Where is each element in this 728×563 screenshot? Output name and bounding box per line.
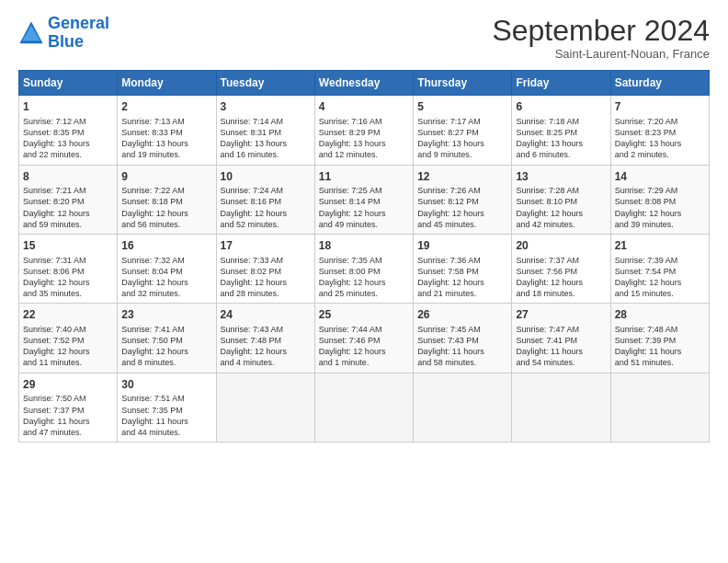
header-row: SundayMondayTuesdayWednesdayThursdayFrid… (19, 71, 710, 96)
calendar-cell: 26Sunrise: 7:45 AMSunset: 7:43 PMDayligh… (414, 304, 512, 373)
calendar-cell: 21Sunrise: 7:39 AMSunset: 7:54 PMDayligh… (610, 234, 709, 303)
calendar-cell: 16Sunrise: 7:32 AMSunset: 8:04 PMDayligh… (118, 234, 216, 303)
logo-line2: Blue (48, 32, 84, 51)
cell-content: Sunrise: 7:12 AMSunset: 8:35 PMDaylight:… (23, 116, 113, 161)
weekday-header: Friday (512, 71, 610, 96)
day-number: 21 (615, 238, 705, 254)
day-number: 27 (516, 307, 606, 323)
cell-content: Sunrise: 7:43 AMSunset: 7:48 PMDaylight:… (221, 324, 311, 369)
calendar-cell: 14Sunrise: 7:29 AMSunset: 8:08 PMDayligh… (610, 165, 709, 234)
cell-content: Sunrise: 7:32 AMSunset: 8:04 PMDaylight:… (121, 255, 211, 300)
day-number: 26 (417, 307, 507, 323)
cell-content: Sunrise: 7:48 AMSunset: 7:39 PMDaylight:… (615, 324, 705, 369)
calendar-cell: 3Sunrise: 7:14 AMSunset: 8:31 PMDaylight… (216, 96, 314, 165)
day-number: 5 (417, 99, 507, 115)
day-number: 7 (615, 99, 705, 115)
calendar-cell: 19Sunrise: 7:36 AMSunset: 7:58 PMDayligh… (414, 234, 512, 303)
weekday-header: Sunday (19, 71, 118, 96)
day-number: 10 (221, 169, 311, 185)
cell-content: Sunrise: 7:29 AMSunset: 8:08 PMDaylight:… (615, 185, 705, 230)
calendar-week-row: 29Sunrise: 7:50 AMSunset: 7:37 PMDayligh… (19, 373, 710, 442)
calendar-cell: 23Sunrise: 7:41 AMSunset: 7:50 PMDayligh… (118, 304, 216, 373)
day-number: 8 (23, 169, 113, 185)
weekday-header: Thursday (414, 71, 512, 96)
calendar-week-row: 1Sunrise: 7:12 AMSunset: 8:35 PMDaylight… (19, 96, 710, 165)
logo-line1: General (48, 14, 109, 32)
calendar-cell: 24Sunrise: 7:43 AMSunset: 7:48 PMDayligh… (216, 304, 314, 373)
calendar-cell: 15Sunrise: 7:31 AMSunset: 8:06 PMDayligh… (19, 234, 118, 303)
logo-icon (18, 20, 44, 46)
calendar-cell: 27Sunrise: 7:47 AMSunset: 7:41 PMDayligh… (512, 304, 610, 373)
calendar-cell: 8Sunrise: 7:21 AMSunset: 8:20 PMDaylight… (19, 165, 118, 234)
day-number: 22 (23, 307, 113, 323)
page: General Blue September 2024 Saint-Lauren… (0, 0, 728, 563)
calendar-cell: 1Sunrise: 7:12 AMSunset: 8:35 PMDaylight… (19, 96, 118, 165)
day-number: 18 (319, 238, 409, 254)
cell-content: Sunrise: 7:45 AMSunset: 7:43 PMDaylight:… (417, 324, 507, 369)
day-number: 25 (319, 307, 409, 323)
day-number: 13 (516, 169, 606, 185)
calendar-table: SundayMondayTuesdayWednesdayThursdayFrid… (18, 70, 710, 442)
weekday-header: Wednesday (314, 71, 413, 96)
calendar-cell: 13Sunrise: 7:28 AMSunset: 8:10 PMDayligh… (512, 165, 610, 234)
cell-content: Sunrise: 7:50 AMSunset: 7:37 PMDaylight:… (23, 393, 113, 438)
day-number: 14 (615, 169, 705, 185)
day-number: 12 (417, 169, 507, 185)
cell-content: Sunrise: 7:51 AMSunset: 7:35 PMDaylight:… (121, 393, 211, 438)
day-number: 19 (417, 238, 507, 254)
location-subtitle: Saint-Laurent-Nouan, France (492, 47, 710, 61)
calendar-cell: 6Sunrise: 7:18 AMSunset: 8:25 PMDaylight… (512, 96, 610, 165)
cell-content: Sunrise: 7:16 AMSunset: 8:29 PMDaylight:… (319, 116, 409, 161)
cell-content: Sunrise: 7:17 AMSunset: 8:27 PMDaylight:… (417, 116, 507, 161)
day-number: 23 (121, 307, 211, 323)
calendar-cell (314, 373, 413, 442)
calendar-cell: 25Sunrise: 7:44 AMSunset: 7:46 PMDayligh… (314, 304, 413, 373)
cell-content: Sunrise: 7:47 AMSunset: 7:41 PMDaylight:… (516, 324, 606, 369)
cell-content: Sunrise: 7:22 AMSunset: 8:18 PMDaylight:… (121, 185, 211, 230)
cell-content: Sunrise: 7:14 AMSunset: 8:31 PMDaylight:… (221, 116, 311, 161)
cell-content: Sunrise: 7:31 AMSunset: 8:06 PMDaylight:… (23, 255, 113, 300)
weekday-header: Tuesday (216, 71, 314, 96)
day-number: 4 (319, 99, 409, 115)
cell-content: Sunrise: 7:24 AMSunset: 8:16 PMDaylight:… (221, 185, 311, 230)
day-number: 2 (121, 99, 211, 115)
day-number: 9 (121, 169, 211, 185)
calendar-cell: 12Sunrise: 7:26 AMSunset: 8:12 PMDayligh… (414, 165, 512, 234)
cell-content: Sunrise: 7:20 AMSunset: 8:23 PMDaylight:… (615, 116, 705, 161)
calendar-cell: 30Sunrise: 7:51 AMSunset: 7:35 PMDayligh… (118, 373, 216, 442)
calendar-cell: 20Sunrise: 7:37 AMSunset: 7:56 PMDayligh… (512, 234, 610, 303)
calendar-cell: 9Sunrise: 7:22 AMSunset: 8:18 PMDaylight… (118, 165, 216, 234)
calendar-cell: 4Sunrise: 7:16 AMSunset: 8:29 PMDaylight… (314, 96, 413, 165)
day-number: 20 (516, 238, 606, 254)
calendar-cell: 17Sunrise: 7:33 AMSunset: 8:02 PMDayligh… (216, 234, 314, 303)
weekday-header: Monday (118, 71, 216, 96)
header: General Blue September 2024 Saint-Lauren… (18, 15, 710, 61)
cell-content: Sunrise: 7:40 AMSunset: 7:52 PMDaylight:… (23, 324, 113, 369)
cell-content: Sunrise: 7:21 AMSunset: 8:20 PMDaylight:… (23, 185, 113, 230)
cell-content: Sunrise: 7:18 AMSunset: 8:25 PMDaylight:… (516, 116, 606, 161)
cell-content: Sunrise: 7:35 AMSunset: 8:00 PMDaylight:… (319, 255, 409, 300)
cell-content: Sunrise: 7:26 AMSunset: 8:12 PMDaylight:… (417, 185, 507, 230)
cell-content: Sunrise: 7:33 AMSunset: 8:02 PMDaylight:… (221, 255, 311, 300)
svg-marker-1 (22, 25, 40, 40)
calendar-cell: 5Sunrise: 7:17 AMSunset: 8:27 PMDaylight… (414, 96, 512, 165)
cell-content: Sunrise: 7:41 AMSunset: 7:50 PMDaylight:… (121, 324, 211, 369)
day-number: 29 (23, 377, 113, 393)
day-number: 15 (23, 238, 113, 254)
day-number: 30 (121, 377, 211, 393)
calendar-cell: 28Sunrise: 7:48 AMSunset: 7:39 PMDayligh… (610, 304, 709, 373)
day-number: 24 (221, 307, 311, 323)
cell-content: Sunrise: 7:25 AMSunset: 8:14 PMDaylight:… (319, 185, 409, 230)
cell-content: Sunrise: 7:37 AMSunset: 7:56 PMDaylight:… (516, 255, 606, 300)
weekday-header: Saturday (610, 71, 709, 96)
logo-text: General Blue (48, 15, 109, 52)
calendar-cell: 10Sunrise: 7:24 AMSunset: 8:16 PMDayligh… (216, 165, 314, 234)
cell-content: Sunrise: 7:13 AMSunset: 8:33 PMDaylight:… (121, 116, 211, 161)
calendar-cell: 29Sunrise: 7:50 AMSunset: 7:37 PMDayligh… (19, 373, 118, 442)
calendar-cell: 11Sunrise: 7:25 AMSunset: 8:14 PMDayligh… (314, 165, 413, 234)
cell-content: Sunrise: 7:36 AMSunset: 7:58 PMDaylight:… (417, 255, 507, 300)
month-title: September 2024 (492, 15, 710, 47)
logo: General Blue (18, 15, 109, 52)
day-number: 16 (121, 238, 211, 254)
day-number: 11 (319, 169, 409, 185)
